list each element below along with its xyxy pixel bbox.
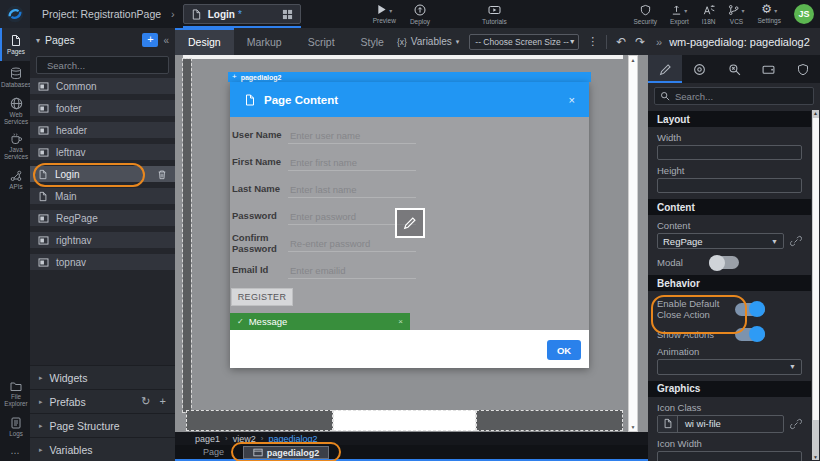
email-field[interactable] bbox=[288, 263, 416, 279]
page-item-footer[interactable]: footer bbox=[30, 100, 175, 116]
footer-left-cell[interactable] bbox=[186, 410, 333, 431]
tab-inspect[interactable] bbox=[717, 55, 751, 83]
message-toast[interactable]: ✓ Message × bbox=[230, 313, 410, 330]
message-close-icon[interactable]: × bbox=[398, 317, 403, 326]
breadcrumb-pagedialog2[interactable]: pagedialog2 bbox=[268, 434, 317, 444]
canvas-scrollbar[interactable]: ▲ ▼ bbox=[628, 55, 638, 432]
scroll-down-icon[interactable]: ▼ bbox=[812, 454, 819, 460]
preview-caret-icon[interactable]: ▾ bbox=[389, 7, 392, 14]
tab-script[interactable]: Script bbox=[295, 28, 348, 55]
kebab-menu-icon[interactable]: ⋮ bbox=[587, 35, 598, 48]
show-actions-toggle[interactable] bbox=[735, 328, 765, 341]
pages-grid-icon[interactable] bbox=[282, 9, 293, 20]
animation-select[interactable]: ▼ bbox=[657, 359, 802, 375]
page-item-login[interactable]: Login bbox=[30, 166, 175, 182]
user-avatar[interactable]: JS bbox=[794, 4, 814, 24]
icon-class-input-group[interactable]: wi wi-file bbox=[657, 415, 784, 433]
modal-toggle[interactable] bbox=[709, 256, 739, 269]
username-field[interactable] bbox=[288, 128, 416, 144]
bind-link-icon[interactable] bbox=[790, 235, 802, 247]
ok-button[interactable]: OK bbox=[547, 340, 581, 360]
rail-item-databases[interactable]: Databases bbox=[0, 61, 30, 94]
scroll-up-icon[interactable]: ▲ bbox=[812, 110, 819, 116]
close-action-toggle[interactable] bbox=[735, 303, 765, 316]
export-caret-icon[interactable]: ▾ bbox=[684, 7, 687, 14]
width-input[interactable] bbox=[657, 145, 802, 160]
properties-scrollbar[interactable]: ▲ ▼ bbox=[812, 110, 819, 460]
page-item-regpage[interactable]: RegPage bbox=[30, 210, 175, 226]
section-variables[interactable]: ▸ Variables bbox=[30, 437, 175, 461]
tab-markup[interactable]: Markup bbox=[234, 28, 295, 55]
page-item-rightnav[interactable]: rightnav bbox=[30, 232, 175, 248]
icon-width-input[interactable] bbox=[657, 451, 802, 461]
page-leftnav-strip[interactable] bbox=[183, 59, 191, 412]
section-prefabs[interactable]: ▸ Prefabs ↻ + bbox=[30, 389, 175, 413]
design-canvas[interactable]: + pagedialog2 Page Content × User Name bbox=[175, 55, 648, 432]
rail-item-file-explorer[interactable]: File Explorer bbox=[0, 378, 30, 411]
scroll-up-icon[interactable]: ▲ bbox=[629, 57, 637, 63]
vcs-caret-icon[interactable]: ▾ bbox=[741, 7, 744, 14]
tab-properties[interactable] bbox=[648, 55, 682, 83]
footer-right-cell[interactable] bbox=[476, 410, 623, 431]
page-item-header[interactable]: header bbox=[30, 122, 175, 138]
trash-icon[interactable] bbox=[157, 169, 167, 180]
i18n-button[interactable]: I18N bbox=[702, 4, 716, 25]
section-layout[interactable]: Layout bbox=[648, 111, 811, 127]
firstname-field[interactable] bbox=[288, 155, 416, 171]
section-content[interactable]: Content bbox=[648, 199, 811, 215]
section-graphics[interactable]: Graphics bbox=[648, 381, 811, 397]
security-button[interactable]: Security bbox=[633, 4, 656, 25]
page-item-leftnav[interactable]: leftnav bbox=[30, 144, 175, 160]
bind-link-icon[interactable] bbox=[790, 418, 802, 430]
more-options-icon[interactable]: ⋯ bbox=[0, 444, 30, 461]
settings-button[interactable]: ⚙ ▾ Settings bbox=[758, 4, 782, 24]
properties-search-input[interactable] bbox=[675, 91, 808, 102]
settings-caret-icon[interactable]: ▾ bbox=[774, 7, 777, 14]
wavemaker-logo[interactable] bbox=[0, 0, 30, 28]
rail-item-pages[interactable]: Pages bbox=[0, 28, 30, 61]
page-item-topnav[interactable]: topnav bbox=[30, 254, 175, 270]
rail-item-web-services[interactable]: Web Services bbox=[0, 94, 30, 129]
redo-icon[interactable]: ↷ bbox=[635, 36, 645, 48]
footer-center-cell[interactable] bbox=[333, 410, 476, 431]
tab-styles[interactable] bbox=[682, 55, 716, 83]
undo-icon[interactable]: ↶ bbox=[616, 36, 626, 48]
properties-search[interactable] bbox=[654, 87, 814, 105]
section-page-structure[interactable]: ▸ Page Structure bbox=[30, 413, 175, 437]
screen-size-select[interactable]: -- Choose Screen Size -- ▼ bbox=[469, 34, 579, 50]
move-handle-icon[interactable]: + bbox=[232, 73, 237, 81]
breadcrumb-page1[interactable]: page1 bbox=[195, 434, 220, 444]
tutorials-button[interactable]: Tutorials bbox=[482, 4, 507, 25]
deploy-button[interactable]: Deploy bbox=[410, 4, 430, 25]
tab-device[interactable] bbox=[751, 55, 785, 83]
widget-selection-bar[interactable]: + pagedialog2 bbox=[228, 72, 591, 82]
content-select[interactable]: RegPage ▼ bbox=[657, 233, 784, 249]
pages-search[interactable] bbox=[36, 56, 169, 74]
section-widgets[interactable]: ▸ Widgets bbox=[30, 365, 175, 389]
refresh-icon[interactable]: ↻ bbox=[141, 395, 150, 408]
scroll-down-icon[interactable]: ▼ bbox=[629, 424, 637, 430]
add-prefab-icon[interactable]: + bbox=[160, 395, 166, 408]
variables-menu[interactable]: {x} Variables ▾ bbox=[397, 36, 459, 47]
panel-collapse-icon[interactable]: « bbox=[163, 35, 169, 46]
edit-overlay-button[interactable] bbox=[395, 208, 425, 238]
panel-expand-icon[interactable]: » bbox=[656, 36, 662, 48]
tab-style[interactable]: Style bbox=[348, 28, 397, 55]
breadcrumb-view2[interactable]: view2 bbox=[233, 434, 256, 444]
dialog-header[interactable]: Page Content × bbox=[230, 82, 589, 117]
page-item-common[interactable]: Common bbox=[30, 78, 175, 94]
preview-button[interactable]: ▾ Preview bbox=[373, 4, 396, 24]
vcs-button[interactable]: ▾ VCS bbox=[728, 4, 744, 25]
collapse-caret-icon[interactable]: ▾ bbox=[36, 36, 40, 45]
dialog-close-icon[interactable]: × bbox=[569, 94, 575, 106]
section-behavior[interactable]: Behavior bbox=[648, 275, 811, 291]
chevron-right-icon[interactable]: › bbox=[171, 8, 175, 20]
rail-item-java-services[interactable]: Java Services bbox=[0, 129, 30, 164]
open-page-tab[interactable]: Login * bbox=[183, 4, 301, 24]
tab-design[interactable]: Design bbox=[175, 28, 234, 55]
tab-security[interactable] bbox=[786, 55, 820, 83]
page-item-main[interactable]: Main bbox=[30, 188, 175, 204]
pages-search-input[interactable] bbox=[47, 60, 179, 71]
scrollbar-thumb[interactable] bbox=[813, 118, 819, 420]
lastname-field[interactable] bbox=[288, 182, 416, 198]
